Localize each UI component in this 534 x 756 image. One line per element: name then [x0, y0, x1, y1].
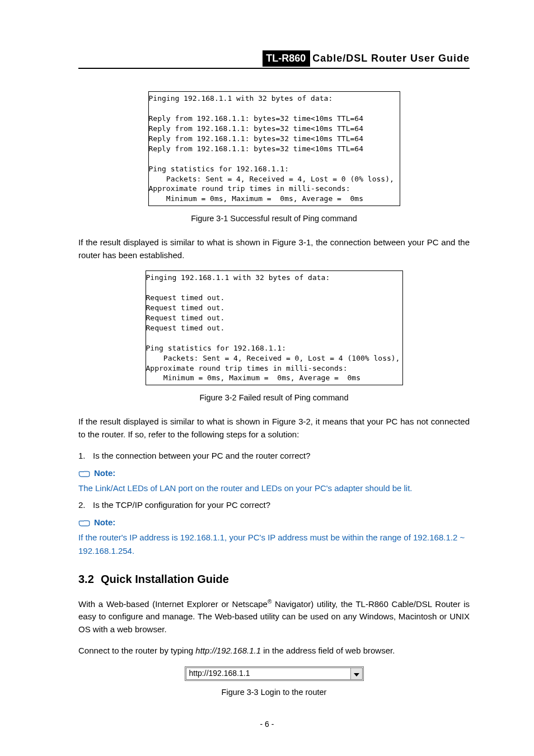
svg-marker-0 — [354, 673, 359, 676]
hand-pointing-icon — [78, 519, 91, 526]
paragraph-connection-established: If the result displayed is similar to wh… — [78, 236, 470, 262]
step-2-number: 2. — [78, 499, 93, 512]
note-label: Note: — [94, 516, 115, 529]
address-dropdown-button[interactable] — [350, 668, 362, 679]
url-italic: http://192.168.1.1 — [195, 646, 261, 655]
paragraph-web-utility: With a Web-based (Internet Explorer or N… — [78, 598, 470, 636]
paragraph-connect-url: Connect to the router by typing http://1… — [78, 645, 470, 657]
note-header-2: Note: — [78, 516, 470, 529]
step-2: 2.Is the TCP/IP configuration for your P… — [78, 499, 470, 512]
header-model: TL-R860 — [263, 50, 310, 67]
hand-pointing-icon — [78, 469, 91, 477]
address-bar[interactable]: http://192.168.1.1 — [185, 666, 364, 681]
note-2-text: If the router's IP address is 192.168.1.… — [78, 531, 470, 557]
figure-3-3-caption: Figure 3-3 Login to the router — [78, 687, 470, 699]
ping-failed-output: Pinging 192.168.1.1 with 32 bytes of dat… — [146, 270, 403, 385]
note-1-text: The Link/Act LEDs of LAN port on the rou… — [78, 482, 470, 494]
section-3-2-heading: 3.2Quick Installation Guide — [78, 571, 470, 587]
step-1: 1.Is the connection between your PC and … — [78, 450, 470, 463]
page-header: TL-R860 Cable/DSL Router User Guide — [78, 50, 470, 69]
figure-3-2-caption: Figure 3-2 Failed result of Ping command — [78, 392, 470, 404]
address-input[interactable]: http://192.168.1.1 — [186, 668, 350, 679]
step-1-text: Is the connection between your PC and th… — [93, 451, 311, 460]
note-header-1: Note: — [78, 467, 470, 480]
step-2-text: Is the TCP/IP configuration for your PC … — [93, 500, 270, 510]
figure-3-1-caption: Figure 3-1 Successful result of Ping com… — [78, 213, 470, 225]
step-1-number: 1. — [78, 450, 93, 463]
ping-success-output: Pinging 192.168.1.1 with 32 bytes of dat… — [148, 91, 400, 206]
section-title: Quick Installation Guide — [101, 573, 229, 585]
paragraph-not-connected: If the result displayed is similar to wh… — [78, 416, 470, 441]
page-number: - 6 - — [0, 718, 534, 730]
header-title: Cable/DSL Router User Guide — [312, 51, 470, 66]
chevron-down-icon — [354, 668, 359, 680]
note-label: Note: — [94, 467, 115, 480]
section-number: 3.2 — [78, 571, 101, 587]
